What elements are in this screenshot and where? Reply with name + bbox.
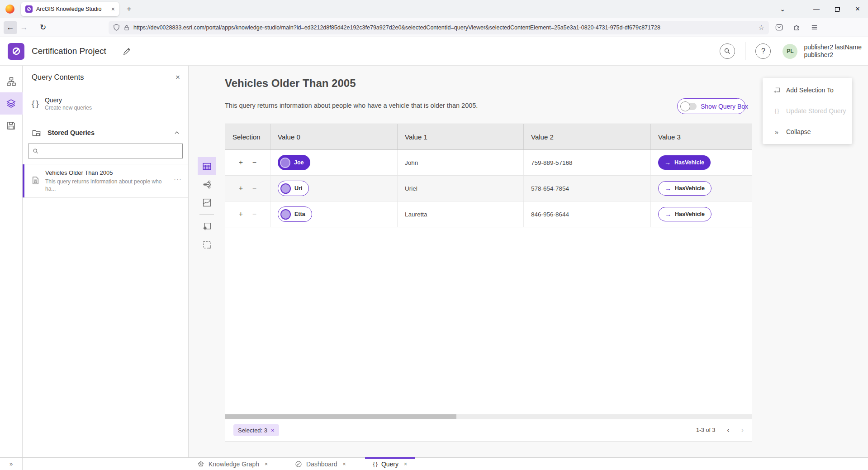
left-rail [0, 66, 23, 457]
save-icon[interactable] [0, 115, 23, 137]
app-body: Query Contents × { } Query Create new qu… [0, 66, 868, 457]
prev-page-icon[interactable]: ‹ [727, 426, 729, 434]
menu-item-add-selection-to[interactable]: Add Selection To [763, 80, 852, 101]
selected-count-chip[interactable]: Selected: 3 × [233, 424, 279, 436]
remove-from-selection-icon[interactable]: − [251, 158, 258, 167]
query-viewer-content: Vehicles Older Than 2005 This query retu… [189, 66, 868, 457]
bookmark-star-icon[interactable]: ☆ [759, 24, 764, 32]
arcgis-knowledge-logo [8, 43, 24, 60]
new-tab-button[interactable]: + [127, 5, 132, 14]
chevron-up-icon[interactable] [174, 129, 180, 136]
table-row[interactable]: + − Etta Lauretta 846-956-8644 →HasVehic… [225, 201, 752, 227]
add-selection-icon [773, 86, 781, 94]
bottom-tab-strip: » Knowledge Graph × Dashboard × { } Quer… [0, 457, 868, 470]
menu-item-update-stored-query[interactable]: { } Update Stored Query [763, 101, 852, 121]
entity-pill[interactable]: Uri [278, 181, 309, 196]
relationship-pill[interactable]: →HasVehicle [658, 155, 711, 170]
item-options-icon[interactable]: ··· [174, 175, 182, 183]
stored-query-doc-icon [31, 176, 40, 185]
stored-queries-search[interactable] [28, 144, 183, 158]
context-menu: Add Selection To { } Update Stored Query… [763, 78, 852, 144]
show-query-box-toggle[interactable]: Show Query Box [677, 98, 745, 114]
knowledge-graph-icon [197, 460, 204, 468]
scrollbar-thumb[interactable] [225, 414, 456, 419]
stored-queries-header[interactable]: Stored Queries [23, 124, 188, 142]
window-minimize-icon[interactable]: — [813, 5, 820, 13]
tab-close-icon[interactable]: × [404, 461, 407, 467]
braces-icon: { } [32, 99, 38, 109]
window-restore-icon[interactable] [835, 7, 840, 12]
add-to-selection-icon[interactable]: + [237, 184, 245, 192]
tab-list-icon[interactable]: ⌄ [780, 5, 785, 13]
forward-button[interactable]: → [17, 23, 31, 32]
entity-pill[interactable]: Joe [278, 155, 310, 170]
link-chart-view-icon[interactable] [198, 175, 216, 193]
toggle-switch[interactable] [681, 103, 697, 110]
pocket-icon[interactable] [775, 24, 783, 31]
panel-close-icon[interactable]: × [175, 73, 180, 82]
table-view-icon[interactable] [198, 157, 216, 175]
remove-from-selection-icon[interactable]: − [251, 210, 258, 218]
tab-query[interactable]: { } Query × [365, 458, 415, 470]
entity-dot-icon [280, 209, 291, 220]
window-close-icon[interactable]: × [855, 5, 860, 14]
pagination-label: 1-3 of 3 [696, 427, 715, 433]
lock-icon[interactable] [123, 24, 130, 31]
collapse-double-chevron-icon: » [773, 128, 781, 136]
table-header-row: Selection Value 0 Value 1 Value 2 Value … [225, 124, 752, 150]
edit-pencil-icon[interactable] [123, 47, 131, 56]
browser-tab[interactable]: ArcGIS Knowledge Studio × [21, 2, 119, 16]
column-header[interactable]: Selection [225, 124, 270, 149]
folder-icon [32, 128, 41, 138]
expand-rail-icon[interactable]: » [0, 458, 23, 470]
tab-close-icon[interactable]: × [111, 6, 115, 12]
tab-close-icon[interactable]: × [265, 461, 268, 467]
selection-box-icon[interactable] [198, 235, 216, 254]
entity-dot-icon [280, 183, 291, 194]
table-row[interactable]: + − Uri Uriel 578-654-7854 →HasVehicle [225, 176, 752, 201]
relationship-pill[interactable]: →HasVehicle [658, 207, 711, 221]
contents-layers-icon[interactable] [0, 92, 23, 115]
add-to-selection-icon[interactable]: + [237, 210, 245, 218]
search-button[interactable] [720, 43, 735, 59]
query-contents-panel: Query Contents × { } Query Create new qu… [23, 66, 189, 457]
user-info[interactable]: publisher2 lastName publisher2 [804, 43, 862, 59]
next-page-icon[interactable]: › [741, 426, 744, 434]
toolbar-divider [199, 214, 214, 215]
table-row[interactable]: + − Joe John 759-889-57168 →HasVehicle [225, 150, 752, 176]
tab-knowledge-graph[interactable]: Knowledge Graph × [189, 458, 276, 470]
map-view-icon[interactable] [198, 193, 216, 211]
relationship-pill[interactable]: →HasVehicle [658, 181, 711, 196]
search-input[interactable] [42, 148, 178, 154]
clear-selection-icon[interactable]: × [271, 427, 275, 434]
stored-query-item[interactable]: Vehicles Older Than 2005 This query retu… [23, 164, 188, 198]
help-button[interactable]: ? [755, 43, 771, 59]
back-button[interactable]: ← [4, 21, 17, 34]
add-to-selection-icon[interactable]: + [237, 158, 245, 167]
firefox-icon[interactable] [5, 5, 14, 14]
column-header[interactable]: Value 3 [651, 124, 752, 149]
select-related-icon[interactable] [198, 217, 216, 235]
user-avatar[interactable]: PL [783, 44, 797, 59]
reload-button[interactable]: ↻ [36, 23, 50, 32]
column-header[interactable]: Value 1 [398, 124, 524, 149]
column-header[interactable]: Value 0 [270, 124, 398, 149]
menu-hamburger-icon[interactable] [811, 24, 818, 31]
tab-close-icon[interactable]: × [343, 461, 346, 467]
entity-dot-icon [280, 158, 290, 168]
extensions-puzzle-icon[interactable] [793, 24, 801, 31]
menu-item-collapse[interactable]: » Collapse [763, 121, 852, 142]
entity-pill[interactable]: Etta [278, 206, 312, 222]
cell-value: John [398, 150, 524, 175]
header-divider [745, 42, 745, 60]
query-item-subtitle: Create new queries [45, 105, 92, 111]
column-header[interactable]: Value 2 [524, 124, 651, 149]
query-item[interactable]: { } Query Create new queries [23, 89, 188, 118]
url-bar[interactable]: https://dev0028833.esri.com/portal/apps/… [109, 21, 769, 34]
project-title: Certification Project [32, 46, 106, 56]
data-model-hierarchy-icon[interactable] [0, 70, 23, 92]
tab-dashboard[interactable]: Dashboard × [287, 458, 354, 470]
horizontal-scrollbar[interactable] [225, 414, 752, 419]
remove-from-selection-icon[interactable]: − [251, 184, 258, 192]
tracking-shield-icon[interactable] [113, 24, 120, 31]
